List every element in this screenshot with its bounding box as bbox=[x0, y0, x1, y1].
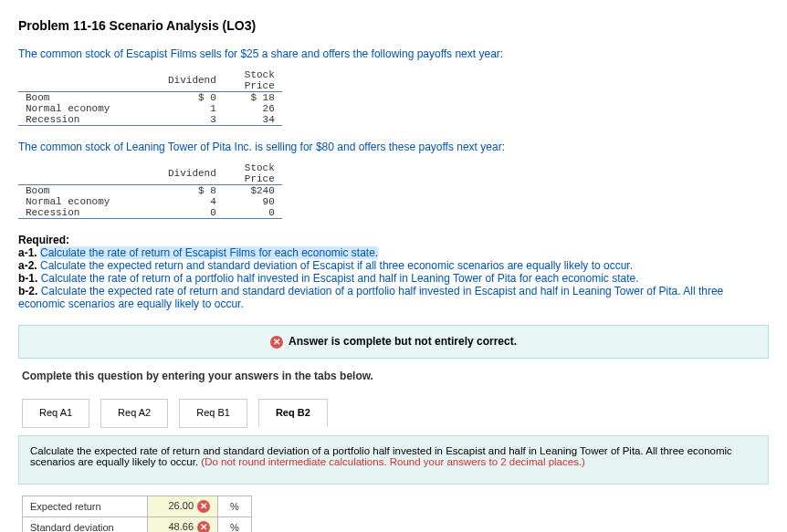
state-label: Boom bbox=[18, 185, 161, 197]
intro-text-1: The common stock of Escapist Films sells… bbox=[18, 47, 769, 60]
required-label: Required: bbox=[18, 234, 69, 246]
results-table: Expected return 26.00✕ % Standard deviat… bbox=[22, 495, 252, 532]
req-b1: Calculate the rate of return of a portfo… bbox=[41, 272, 639, 285]
col-stock-price: Stock Price bbox=[224, 69, 282, 92]
cell: 34 bbox=[224, 114, 282, 126]
status-text: Answer is complete but not entirely corr… bbox=[289, 335, 517, 348]
req-tag: b-1. bbox=[18, 272, 41, 285]
state-label: Normal economy bbox=[18, 103, 161, 114]
cell: 3 bbox=[161, 114, 224, 126]
complete-instruction: Complete this question by entering your … bbox=[22, 370, 769, 382]
payoff-table-pita: Dividend Stock Price Boom $ 8 $240 Norma… bbox=[18, 162, 282, 219]
req-b2: Calculate the expected rate of return an… bbox=[18, 285, 723, 310]
req-tag: a-1. bbox=[18, 246, 40, 259]
unit-label: % bbox=[218, 496, 252, 517]
cell: $ 8 bbox=[161, 185, 224, 197]
std-dev-input[interactable]: 48.66✕ bbox=[148, 517, 218, 533]
state-label: Boom bbox=[18, 92, 161, 104]
rounding-note: (Do not round intermediate calculations.… bbox=[201, 456, 585, 467]
cell: 4 bbox=[161, 196, 224, 207]
tab-req-b2[interactable]: Req B2 bbox=[258, 399, 328, 428]
req-a1: Calculate the rate of return of Escapist… bbox=[40, 246, 378, 259]
tab-panel-req-b2: Calculate the expected rate of return an… bbox=[18, 435, 769, 485]
unit-label: % bbox=[218, 517, 252, 533]
payoff-table-escapist: Dividend Stock Price Boom $ 0 $ 18 Norma… bbox=[18, 69, 282, 126]
req-tag: a-2. bbox=[18, 259, 40, 272]
col-stock-price: Stock Price bbox=[224, 162, 282, 185]
col-dividend: Dividend bbox=[161, 162, 224, 185]
cell: $ 0 bbox=[161, 92, 224, 104]
cell: $240 bbox=[224, 185, 282, 197]
page-title: Problem 11-16 Scenario Analysis (LO3) bbox=[18, 18, 769, 33]
req-a2: Calculate the expected return and standa… bbox=[40, 259, 633, 272]
result-label: Expected return bbox=[23, 496, 148, 517]
incorrect-mark-icon: ✕ bbox=[197, 521, 210, 532]
result-label: Standard deviation bbox=[23, 517, 148, 533]
tab-req-a1[interactable]: Req A1 bbox=[22, 399, 89, 428]
incorrect-icon: ✕ bbox=[270, 336, 283, 349]
cell: 90 bbox=[224, 196, 282, 207]
state-label: Recession bbox=[18, 207, 161, 219]
tab-req-b1[interactable]: Req B1 bbox=[179, 399, 247, 428]
col-dividend: Dividend bbox=[161, 69, 224, 92]
intro-text-2: The common stock of Leaning Tower of Pit… bbox=[18, 141, 769, 153]
cell: 0 bbox=[161, 207, 224, 219]
req-tag: b-2. bbox=[18, 285, 41, 297]
cell: 0 bbox=[224, 207, 282, 219]
state-label: Normal economy bbox=[18, 196, 161, 207]
state-label: Recession bbox=[18, 114, 161, 126]
cell: $ 18 bbox=[224, 92, 282, 104]
answer-status-banner: ✕Answer is complete but not entirely cor… bbox=[18, 325, 769, 359]
required-section: Required: a-1. Calculate the rate of ret… bbox=[18, 234, 769, 310]
incorrect-mark-icon: ✕ bbox=[197, 500, 210, 513]
tab-req-a2[interactable]: Req A2 bbox=[100, 399, 168, 428]
cell: 1 bbox=[161, 103, 224, 114]
expected-return-input[interactable]: 26.00✕ bbox=[148, 496, 218, 517]
cell: 26 bbox=[224, 103, 282, 114]
